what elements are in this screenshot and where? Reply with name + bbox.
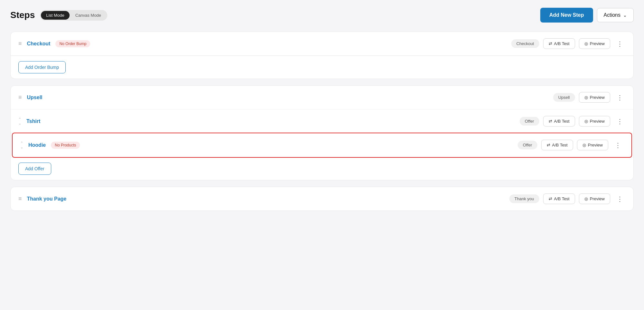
offer-row-inner-tshirt: ⌃⌄ Tshirt xyxy=(18,117,514,125)
offer-name-hoodie[interactable]: Hoodie xyxy=(28,142,46,148)
step-row-inner-checkout: ≡ Checkout No Order Bump xyxy=(18,40,506,47)
preview-button-checkout[interactable]: ◎ Preview xyxy=(579,38,610,49)
mode-toggle: List Mode Canvas Mode xyxy=(40,10,107,21)
offer-row-tshirt: ⌃⌄ Tshirt Offer ⇄ A/B Test ◎ Preview ⋮ xyxy=(11,109,633,133)
ab-test-button-hoodie[interactable]: ⇄ A/B Test xyxy=(541,140,573,150)
step-row-upsell: ≡ Upsell Upsell ◎ Preview ⋮ xyxy=(11,86,633,109)
preview-button-hoodie[interactable]: ◎ Preview xyxy=(577,140,608,150)
sort-down-icon-tshirt: ⌄ xyxy=(18,121,21,125)
actions-label: Actions xyxy=(604,12,620,18)
add-row-upsell: Add Offer xyxy=(11,157,633,180)
step-card-upsell: ≡ Upsell Upsell ◎ Preview ⋮ ⌃⌄ Tshirt Of… xyxy=(10,85,634,180)
page-title: Steps xyxy=(10,10,35,20)
ab-icon-hoodie: ⇄ xyxy=(547,143,550,147)
type-badge-hoodie: Offer xyxy=(518,141,537,149)
sort-down-icon-hoodie: ⌄ xyxy=(20,145,23,149)
ab-test-button-tshirt[interactable]: ⇄ A/B Test xyxy=(543,116,575,127)
step-card-thank-you: ≡ Thank you Page Thank you ⇄ A/B Test ◎ … xyxy=(10,187,634,211)
step-row-inner-upsell: ≡ Upsell xyxy=(18,94,548,101)
add-new-step-button[interactable]: Add New Step xyxy=(540,8,593,23)
drag-icon-thank-you[interactable]: ≡ xyxy=(18,195,22,202)
ab-icon-tshirt: ⇄ xyxy=(549,119,552,124)
step-row-right-upsell: Upsell ◎ Preview ⋮ xyxy=(553,92,626,103)
eye-icon-hoodie: ◎ xyxy=(582,143,586,147)
more-button-thank-you[interactable]: ⋮ xyxy=(614,194,626,203)
add-secondary-button-checkout[interactable]: Add Order Bump xyxy=(18,61,66,73)
more-button-checkout[interactable]: ⋮ xyxy=(614,39,626,48)
ab-test-button-checkout[interactable]: ⇄ A/B Test xyxy=(543,38,575,49)
eye-icon-thank-you: ◎ xyxy=(584,196,588,201)
page-header: Steps List Mode Canvas Mode Add New Step… xyxy=(10,8,634,23)
step-name-checkout[interactable]: Checkout xyxy=(27,41,51,47)
step-row-thank-you: ≡ Thank you Page Thank you ⇄ A/B Test ◎ … xyxy=(11,187,633,211)
step-row-right-thank-you: Thank you ⇄ A/B Test ◎ Preview ⋮ xyxy=(509,193,626,204)
header-left: Steps List Mode Canvas Mode xyxy=(10,10,107,21)
preview-button-tshirt[interactable]: ◎ Preview xyxy=(579,116,610,127)
step-card-checkout: ≡ Checkout No Order Bump Checkout ⇄ A/B … xyxy=(10,32,634,79)
type-badge-tshirt: Offer xyxy=(520,117,539,126)
type-badge-thank-you: Thank you xyxy=(509,194,539,203)
sort-arrows-hoodie[interactable]: ⌃⌄ xyxy=(20,141,23,149)
type-badge-checkout: Checkout xyxy=(511,39,539,48)
actions-button[interactable]: Actions ⌄ xyxy=(597,8,634,22)
more-button-tshirt[interactable]: ⋮ xyxy=(614,117,626,126)
badge-hoodie: No Products xyxy=(51,142,80,149)
step-name-upsell[interactable]: Upsell xyxy=(27,95,43,100)
sort-up-icon-tshirt: ⌃ xyxy=(18,117,21,121)
more-button-upsell[interactable]: ⋮ xyxy=(614,93,626,102)
offer-row-hoodie: ⌃⌄ Hoodie No Products Offer ⇄ A/B Test ◎… xyxy=(13,133,631,157)
step-row-inner-thank-you: ≡ Thank you Page xyxy=(18,195,504,202)
offer-row-right-tshirt: Offer ⇄ A/B Test ◎ Preview ⋮ xyxy=(520,116,626,127)
canvas-mode-button[interactable]: Canvas Mode xyxy=(70,11,106,20)
ab-icon-thank-you: ⇄ xyxy=(549,196,552,201)
step-row-right-checkout: Checkout ⇄ A/B Test ◎ Preview ⋮ xyxy=(511,38,626,49)
type-badge-upsell: Upsell xyxy=(553,93,575,102)
ab-icon-checkout: ⇄ xyxy=(549,41,552,46)
list-mode-button[interactable]: List Mode xyxy=(41,11,69,20)
eye-icon-tshirt: ◎ xyxy=(584,119,588,124)
drag-icon-upsell[interactable]: ≡ xyxy=(18,94,22,101)
add-secondary-button-upsell[interactable]: Add Offer xyxy=(18,163,51,175)
eye-icon-upsell: ◎ xyxy=(584,95,588,100)
eye-icon-checkout: ◎ xyxy=(584,41,588,46)
drag-icon-checkout[interactable]: ≡ xyxy=(18,40,22,47)
header-right: Add New Step Actions ⌄ xyxy=(540,8,634,23)
steps-container: ≡ Checkout No Order Bump Checkout ⇄ A/B … xyxy=(10,32,634,211)
sort-up-icon-hoodie: ⌃ xyxy=(20,141,23,145)
add-row-checkout: Add Order Bump xyxy=(11,56,633,79)
offer-row-inner-hoodie: ⌃⌄ Hoodie No Products xyxy=(20,141,513,149)
chevron-down-icon: ⌄ xyxy=(623,13,627,18)
ab-test-button-thank-you[interactable]: ⇄ A/B Test xyxy=(543,193,575,204)
step-row-checkout: ≡ Checkout No Order Bump Checkout ⇄ A/B … xyxy=(11,32,633,56)
sort-arrows-tshirt[interactable]: ⌃⌄ xyxy=(18,117,21,125)
offer-row-right-hoodie: Offer ⇄ A/B Test ◎ Preview ⋮ xyxy=(518,140,624,150)
offer-name-tshirt[interactable]: Tshirt xyxy=(26,118,40,124)
more-button-hoodie[interactable]: ⋮ xyxy=(612,141,624,150)
preview-button-upsell[interactable]: ◎ Preview xyxy=(579,92,610,103)
preview-button-thank-you[interactable]: ◎ Preview xyxy=(579,193,610,204)
badge-checkout: No Order Bump xyxy=(55,40,90,47)
step-name-thank-you[interactable]: Thank you Page xyxy=(27,196,67,202)
